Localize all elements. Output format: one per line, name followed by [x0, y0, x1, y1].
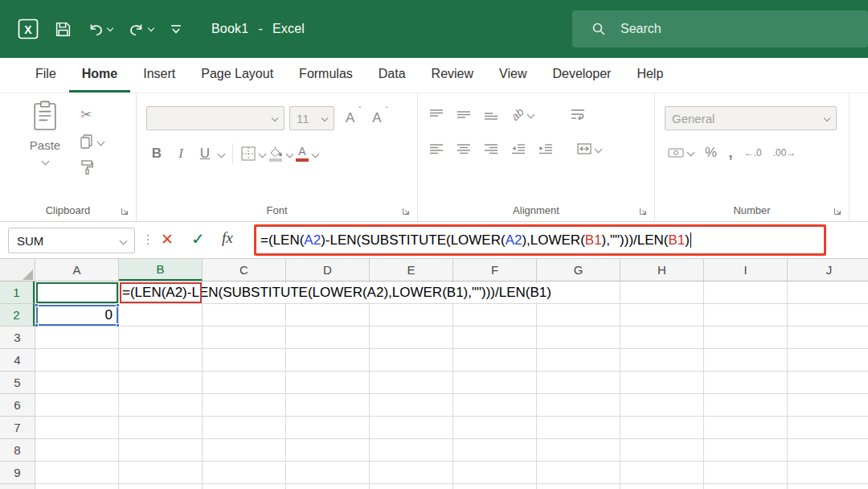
ribbon-tab-bar: File Home Insert Page Layout Formulas Da…: [0, 58, 868, 93]
undo-button[interactable]: [88, 22, 113, 36]
font-size-select[interactable]: 11: [289, 106, 334, 130]
tab-file[interactable]: File: [23, 58, 69, 92]
tab-view[interactable]: View: [486, 58, 539, 92]
alignment-row-2: [429, 143, 601, 154]
divider: [232, 143, 233, 164]
percent-style-button[interactable]: %: [705, 145, 717, 161]
cell-a2-value[interactable]: 0: [37, 306, 115, 325]
wrap-text-button[interactable]: [571, 109, 585, 120]
column-header-f[interactable]: F: [453, 259, 537, 281]
increase-font-size-button[interactable]: Aˆ: [339, 109, 361, 128]
italic-button[interactable]: I: [170, 142, 191, 166]
decrease-decimal-button[interactable]: .00→: [773, 147, 796, 158]
row-header-7[interactable]: 7: [0, 417, 35, 439]
column-header-b[interactable]: B: [119, 259, 203, 281]
cancel-icon[interactable]: ✕: [161, 230, 174, 249]
a2-handle-icon[interactable]: [116, 323, 120, 327]
orientation-button[interactable]: ab: [511, 108, 534, 121]
ribbon-filler: [850, 93, 868, 221]
font-group: 11 Aˆ Aˇ B I U: [137, 93, 418, 221]
tab-formulas[interactable]: Formulas: [286, 58, 366, 92]
tab-page-layout[interactable]: Page Layout: [188, 58, 286, 92]
ribbon: Paste ✂ Clipboard 11: [0, 93, 868, 222]
align-right-button[interactable]: [484, 143, 498, 154]
wrap-text-icon: [571, 109, 585, 120]
cut-button[interactable]: ✂: [80, 106, 104, 123]
row-header-6[interactable]: 6: [0, 394, 35, 417]
select-all-corner[interactable]: [0, 259, 35, 281]
formula-input[interactable]: =(LEN(A2)-LEN(SUBSTITUTE(LOWER(A2),LOWER…: [251, 222, 868, 258]
formula-bar-handle[interactable]: ⋮: [141, 232, 155, 247]
select-all-triangle-icon: [23, 269, 33, 280]
underline-chevron-icon[interactable]: [218, 150, 226, 158]
align-left-button[interactable]: [429, 143, 444, 154]
a2-handle-icon[interactable]: [116, 303, 120, 307]
copy-chevron-icon: [97, 138, 105, 146]
cells-area[interactable]: =(LEN(A2)-LEN(SUBSTITUTE(LOWER(A2),LOWER…: [35, 281, 868, 489]
font-color-button[interactable]: A: [296, 146, 318, 162]
number-format-select[interactable]: General: [665, 106, 837, 130]
column-headers: A B C D E F G H I J: [0, 259, 868, 281]
increase-indent-button[interactable]: [538, 143, 553, 154]
tab-developer[interactable]: Developer: [539, 58, 624, 92]
column-header-a[interactable]: A: [35, 259, 119, 281]
row-header-9[interactable]: 9: [0, 462, 35, 484]
comma-style-button[interactable]: ,: [728, 143, 733, 162]
save-icon[interactable]: [55, 21, 72, 38]
font-dialog-launcher-icon[interactable]: [402, 207, 411, 216]
row-header-2[interactable]: 2: [0, 304, 35, 327]
underline-button[interactable]: U: [194, 142, 215, 166]
bold-button[interactable]: B: [146, 142, 167, 166]
formula-rich-text: =(LEN(A2)-LEN(SUBSTITUTE(LOWER(A2),LOWER…: [260, 222, 691, 258]
paste-icon: [32, 100, 58, 132]
insert-function-icon[interactable]: fx: [222, 229, 233, 247]
column-header-c[interactable]: C: [203, 259, 286, 281]
row-header-5[interactable]: 5: [0, 372, 35, 394]
alignment-dialog-launcher-icon[interactable]: [639, 207, 648, 216]
increase-decimal-button[interactable]: ←.0: [744, 147, 762, 158]
tab-review[interactable]: Review: [419, 58, 486, 92]
tab-data[interactable]: Data: [366, 58, 419, 92]
row-header-1[interactable]: 1: [0, 281, 35, 304]
decrease-indent-button[interactable]: [511, 143, 526, 154]
align-bottom-button[interactable]: [484, 109, 498, 120]
font-name-select[interactable]: [146, 106, 285, 130]
font-name-chevron-icon: [272, 115, 278, 121]
accounting-format-button[interactable]: [668, 147, 694, 158]
column-header-h[interactable]: H: [620, 259, 704, 281]
row-header-4[interactable]: 4: [0, 349, 35, 372]
merge-center-button[interactable]: [577, 143, 601, 154]
search-box[interactable]: Search: [572, 10, 868, 47]
column-header-i[interactable]: I: [704, 259, 788, 281]
number-group: General % , ←.0 .00→ Number: [655, 93, 850, 221]
paste-button[interactable]: Paste: [21, 100, 69, 195]
name-box[interactable]: SUM: [8, 228, 135, 253]
decrease-font-size-button[interactable]: Aˇ: [366, 109, 387, 128]
qat-customize-icon[interactable]: [170, 23, 182, 35]
number-dialog-launcher-icon[interactable]: [833, 207, 842, 216]
redo-chevron-icon[interactable]: [148, 25, 154, 31]
column-header-g[interactable]: G: [537, 259, 620, 281]
copy-button[interactable]: [80, 134, 104, 149]
column-header-d[interactable]: D: [286, 259, 370, 281]
tab-insert[interactable]: Insert: [130, 58, 188, 92]
clipboard-dialog-launcher-icon[interactable]: [121, 207, 129, 216]
fill-color-button[interactable]: [268, 146, 293, 162]
column-header-j[interactable]: J: [788, 259, 868, 281]
font-group-label: Font: [137, 204, 417, 216]
row-header-3[interactable]: 3: [0, 327, 35, 349]
align-top-button[interactable]: [429, 109, 444, 120]
undo-chevron-icon[interactable]: [107, 25, 113, 31]
enter-icon[interactable]: ✓: [191, 229, 205, 249]
align-middle-button[interactable]: [457, 109, 471, 120]
align-center-button[interactable]: [457, 143, 471, 154]
format-painter-button[interactable]: [80, 160, 104, 175]
alignment-group: ab Alignment: [418, 93, 655, 221]
excel-app-icon[interactable]: X: [18, 18, 39, 39]
borders-button[interactable]: [241, 146, 265, 161]
row-header-8[interactable]: 8: [0, 439, 35, 462]
tab-help[interactable]: Help: [624, 58, 676, 92]
redo-button[interactable]: [129, 22, 154, 36]
tab-home[interactable]: Home: [69, 58, 130, 92]
column-header-e[interactable]: E: [370, 259, 453, 281]
